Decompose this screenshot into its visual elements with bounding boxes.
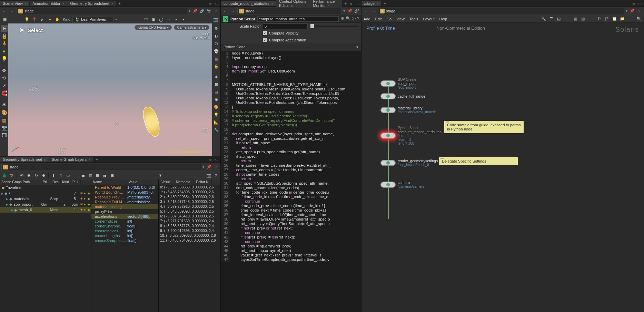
ghost-icon[interactable]: 👻 (213, 48, 220, 55)
value-row[interactable]: 7: ( -3,271.701660, 0.000000, 2,4 (159, 219, 220, 224)
value-row[interactable]: 1: ( -3,486.764893, 0.000000, 2,6 (159, 190, 220, 195)
pane-menu-icon[interactable]: ≡ (349, 1, 354, 6)
network-node[interactable]: Python Scriptcompute_motion_attributesfi… (380, 126, 442, 145)
camera2-icon[interactable]: 📷 (206, 172, 212, 178)
scale-factor-slider[interactable] (310, 26, 359, 27)
back-button[interactable]: ← (222, 8, 228, 14)
camera-pill[interactable]: /cameras/camera ▾ (174, 25, 209, 30)
python-code-editor[interactable]: 1node = hou.pwd()2layer = node.editableL… (221, 51, 361, 312)
network-node[interactable]: camera/cameras/camera (380, 181, 424, 188)
help2-icon[interactable]: ? (213, 172, 219, 178)
bg-icon[interactable]: ▦ (213, 55, 220, 62)
r4-icon[interactable]: ◉ (213, 96, 220, 103)
pin-icon[interactable]: 📌 (192, 8, 198, 14)
pane-menu-icon[interactable]: ≡ (208, 1, 213, 6)
menu-tools[interactable]: Tools (409, 17, 418, 21)
kind-dropdown[interactable]: 🍃Leaf Primitives (72, 17, 114, 22)
node-name-input[interactable] (257, 16, 339, 22)
add-tab-button[interactable]: + (343, 1, 349, 6)
value-row[interactable]: 9: ( -3,200.012695, 0.000000, 2,4 (159, 228, 220, 233)
flipbook-tool[interactable]: 🎞 (1, 132, 8, 139)
r7-icon[interactable]: 📐 (213, 119, 220, 126)
network-node[interactable]: SOP Createsop_import/sop_import (380, 78, 416, 89)
menu-help[interactable]: Help (439, 17, 447, 21)
sticky-note[interactable]: Code sample from guide, exposed to parms… (444, 121, 524, 133)
brush-select-icon[interactable]: 〰 (165, 16, 172, 23)
opt2-icon[interactable]: • (180, 16, 187, 23)
list-icon[interactable]: ☰ (548, 17, 554, 21)
camera-icon[interactable]: 📷 (212, 16, 219, 23)
close-icon[interactable]: × (111, 2, 113, 6)
network-node[interactable]: material_library/materials/karma_materia… (380, 106, 437, 114)
add-tab-button[interactable]: + (382, 1, 388, 6)
filter-icon[interactable]: ▽ (9, 172, 15, 178)
lock-tool[interactable]: 🔒 (1, 32, 8, 39)
target-icon[interactable]: ⊕ (40, 172, 47, 178)
close-icon[interactable]: × (62, 2, 64, 6)
back-button[interactable]: ← (363, 8, 369, 14)
menu-edit[interactable]: Edit (375, 17, 382, 21)
compute-acceleration-checkbox[interactable]: ✓ (263, 38, 267, 42)
man-tool[interactable]: 🧍 (1, 40, 8, 47)
tab-scene-view[interactable]: Scene View× (0, 1, 30, 6)
pane-menu-icon[interactable]: ≡ (631, 1, 636, 6)
network-view[interactable]: Code sample from guide, exposed to parms… (361, 36, 644, 312)
snapshot-icon[interactable]: 📷 (206, 8, 212, 14)
render-tool[interactable]: 🎨 (1, 109, 8, 116)
vis1-icon[interactable]: 👁 (19, 172, 25, 178)
attr-row[interactable]: Parent to World1.0(0.0, 0.0, 0.0) (91, 185, 158, 190)
vis2-icon[interactable]: ◉ (26, 172, 32, 178)
brush-icon[interactable]: 🖌 (39, 16, 46, 23)
scale-factor-input[interactable] (263, 23, 308, 29)
pane-max-icon[interactable]: ▭ (214, 1, 219, 6)
scale-tool[interactable]: ⤢ (1, 82, 8, 89)
search-icon[interactable]: 🔍 (346, 16, 350, 21)
add-tab-button[interactable]: + (116, 1, 122, 6)
back-button[interactable]: ← (1, 8, 8, 14)
hand-icon[interactable]: ✋ (54, 16, 61, 23)
pane-max-icon[interactable]: ▭ (637, 1, 642, 6)
attr-row[interactable]: World Boundin…Min[6.95603 -0. (91, 190, 158, 195)
gear-icon[interactable]: ⚙ (341, 16, 344, 21)
sticky-note[interactable]: Delegate Specific Settings (439, 157, 518, 165)
grp1-icon[interactable]: ☰ (80, 172, 86, 178)
box-select-icon[interactable]: ▣ (150, 16, 157, 23)
network-node[interactable]: render_geometrysettings/sop_import/mesh_… (380, 159, 438, 167)
flag4-icon[interactable]: 📁 (620, 17, 625, 21)
value-row[interactable]: 0: ( -3,522.609863, 0.000000, 2,6 (159, 185, 220, 190)
r1-icon[interactable]: ◈ (213, 73, 220, 80)
flag3-icon[interactable]: 📋 (612, 17, 617, 21)
light-tool[interactable]: 💡 (1, 55, 8, 62)
menu-layout[interactable]: Layout (423, 17, 435, 21)
wrench-icon[interactable]: 🔧 (541, 17, 546, 21)
flag1-icon[interactable]: 🏳 (597, 17, 602, 21)
attr-row[interactable]: creaseSharpnes…float[] (91, 238, 158, 243)
value-row[interactable]: 2: ( -3,450.920654, 0.000000, 2,6 (159, 195, 220, 199)
tab-performance[interactable]: Performance Monitor× (310, 0, 342, 8)
arrow-tool[interactable]: ➤ (1, 25, 8, 32)
network-node[interactable]: cache_full_range (380, 93, 425, 99)
mid-stage-path[interactable]: ◆stage (237, 8, 342, 14)
value-row[interactable]: 6: ( -3,307.545410, 0.000000, 2,5 (159, 214, 220, 219)
tab-context-options[interactable]: Context Options Editor× (276, 0, 310, 8)
tree-icon[interactable]: 🌲 (1, 172, 8, 178)
list2-icon[interactable]: ▤ (556, 17, 562, 21)
star-icon[interactable]: ✦ (46, 16, 53, 23)
search-icon[interactable]: 🔍 (636, 17, 642, 21)
forward-button[interactable]: → (370, 8, 377, 14)
col3-icon[interactable]: ▭ (65, 172, 71, 178)
value-row[interactable]: 10: ( -3,522.609863, 0.000000, 2,6 (159, 233, 220, 238)
tab-scene-graph-layers[interactable]: Scene Graph Layers× (49, 157, 93, 162)
help-icon[interactable]: ? (636, 8, 642, 14)
tab-geo-spreadsheet[interactable]: Geometry Spreadsheet× (0, 157, 49, 162)
attribute-list[interactable]: Parent to World1.0(0.0, 0.0, 0.0)World B… (91, 185, 158, 312)
grid2-icon[interactable]: ▥ (580, 17, 586, 21)
forward-button[interactable]: → (230, 8, 236, 14)
value-row[interactable]: 5: ( -3,343.389893, 0.000000, 2,5 (159, 209, 220, 214)
attr-row[interactable]: material:binding (91, 204, 158, 209)
cam-lock-icon[interactable]: 🔒 (213, 63, 220, 70)
r3-icon[interactable]: ▤ (213, 88, 220, 95)
value-row[interactable]: 4: ( -3,379.232910, 0.000000, 2,5 (159, 204, 220, 209)
light-icon[interactable]: 💡 (23, 16, 30, 23)
r8-icon[interactable]: 🔧 (213, 126, 220, 133)
